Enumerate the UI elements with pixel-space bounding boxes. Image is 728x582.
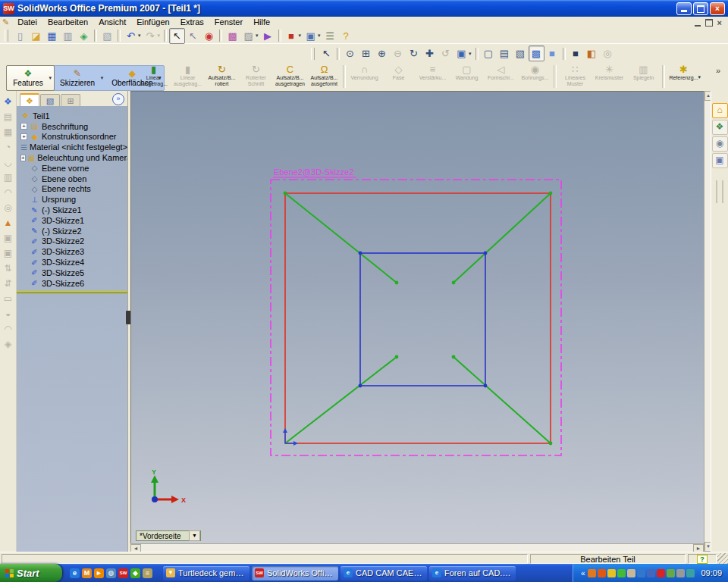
revolved-boss-button[interactable]: ↻Aufsatz/B...rotiert <box>205 64 239 90</box>
selection-filter-button[interactable]: ↖ <box>185 28 201 44</box>
undo-button[interactable]: ↶▾ <box>123 28 143 44</box>
desktop-icon[interactable]: ≡ <box>143 568 152 578</box>
wrap-tool-icon[interactable]: ◒ <box>2 306 15 321</box>
view-settings-button[interactable]: ■▾ <box>284 28 303 44</box>
view-orientation-combo[interactable]: *Vorderseite ▼ <box>136 530 201 541</box>
messenger-icon[interactable]: ◆ <box>130 568 140 578</box>
previous-view-button[interactable]: ↺ <box>438 45 453 61</box>
tray-antivirus-icon[interactable] <box>657 569 665 577</box>
shadows-button[interactable]: ■ <box>568 45 584 61</box>
tree-expand-icon[interactable]: + <box>20 123 27 130</box>
circular-pattern-button[interactable]: ✳Kreismuster <box>592 64 626 90</box>
fillet-tool-icon[interactable]: ◠ <box>2 185 15 200</box>
combo-dropdown-icon[interactable]: ▼ <box>189 530 200 541</box>
revolved-cut-button[interactable]: ↻RotierterSchnitt <box>239 64 273 90</box>
media-player-icon[interactable]: ► <box>94 568 104 578</box>
sketch-canvas[interactable]: Ebene2@3D-Skizze2 <box>131 92 704 544</box>
pan-button[interactable]: ✚ <box>422 45 438 61</box>
tray-device-icon[interactable] <box>676 569 685 577</box>
menu-item-extras[interactable]: Extras <box>175 17 209 28</box>
tree-item[interactable]: ❖Teil1 <box>17 111 127 121</box>
tray-card-icon[interactable] <box>667 569 675 577</box>
mirror-button[interactable]: ▥Spiegeln <box>626 64 661 90</box>
curve-tool-icon[interactable]: ◠ <box>2 321 15 336</box>
task-pane-grab-handle[interactable] <box>716 180 723 203</box>
menu-item-ansicht[interactable]: Ansicht <box>93 17 131 28</box>
dropdown-arrow-icon[interactable]: ▾ <box>318 33 321 39</box>
edit-color-button[interactable]: ▩ <box>224 28 240 44</box>
help-button[interactable]: ? <box>338 28 354 44</box>
file-explorer-icon[interactable]: ◉ <box>712 136 728 152</box>
tab-features[interactable]: ❖Features▾ <box>6 65 55 91</box>
fillet-button[interactable]: ∩Verrundung <box>347 64 381 90</box>
select-tool-button[interactable]: ↖ <box>318 45 334 61</box>
chamfer-button[interactable]: ◇Fase <box>381 64 416 90</box>
draft-button[interactable]: ◁Formschr... <box>484 64 518 90</box>
zoom-fit-button[interactable]: ⊙ <box>342 45 358 61</box>
mail-app-icon[interactable]: M <box>82 568 92 578</box>
rib-button[interactable]: ≡Verstärku... <box>416 64 450 90</box>
rotate-view-button[interactable]: ↻ <box>406 45 422 61</box>
tree-item[interactable]: ⊥Ursprung <box>17 194 127 205</box>
tree-item[interactable]: ✐3D-Skizze6 <box>17 278 127 289</box>
internet-explorer-icon[interactable]: e <box>70 568 80 578</box>
tray-update-icon[interactable] <box>607 569 616 577</box>
plane-label[interactable]: Ebene2@3D-Skizze2 <box>274 167 353 177</box>
solidworks-resources-icon[interactable]: ⌂ <box>712 103 728 118</box>
child-restore-button[interactable] <box>705 19 713 27</box>
rib-tool-icon[interactable]: ▣ <box>2 246 15 261</box>
wireframe-button[interactable]: ▢ <box>481 45 497 61</box>
viewport-layout-button[interactable]: ▣▾ <box>303 28 322 44</box>
save-button[interactable]: ▦ <box>44 28 60 44</box>
tree-expand-icon[interactable]: + <box>20 155 26 161</box>
tree-item[interactable]: ◇Ebene oben <box>17 174 127 184</box>
tray-app-2-icon[interactable] <box>598 569 606 577</box>
menu-item-datei[interactable]: Datei <box>12 17 42 28</box>
hole-wizard-button[interactable]: ◉Bohrungs... <box>518 64 552 90</box>
shaded-with-edges-button[interactable]: ▩ <box>529 45 544 61</box>
open-document-button[interactable]: ◪ <box>28 28 44 44</box>
tree-item[interactable]: ☰Material <nicht festgelegt> <box>17 142 127 152</box>
menu-item-bearbeiten[interactable]: Bearbeiten <box>42 17 93 28</box>
menu-item-einfügen[interactable]: Einfügen <box>131 17 174 28</box>
loft-tool-icon[interactable]: ▥ <box>2 170 15 185</box>
extrude-tool-icon[interactable]: ▤ <box>2 109 15 124</box>
close-button[interactable]: × <box>710 2 725 15</box>
resize-grip[interactable] <box>717 553 728 564</box>
select-button[interactable]: ↖ <box>169 28 185 44</box>
tree-item[interactable]: ✐3D-Skizze1 <box>17 215 127 226</box>
hidden-lines-removed-button[interactable]: ▧ <box>513 45 529 61</box>
tree-expand-icon[interactable]: + <box>20 133 27 140</box>
tree-item[interactable]: ◇Ebene rechts <box>17 184 127 195</box>
taskbar-task-button[interactable]: ▼Turtledeck gemessen... <box>163 566 249 580</box>
tab-skizzieren[interactable]: ✎Skizzieren▾ <box>54 66 105 90</box>
tree-item[interactable]: ✐3D-Skizze4 <box>17 257 127 268</box>
dropdown-arrow-icon[interactable]: ▾ <box>256 33 259 39</box>
move-rotate-button[interactable]: ▶ <box>260 28 276 44</box>
menu-item-hilfe[interactable]: Hilfe <box>248 17 275 28</box>
tray-volume-icon[interactable] <box>617 569 626 577</box>
view-orientation-button[interactable]: ▣▾ <box>453 45 473 61</box>
toolbar-grip[interactable] <box>5 30 8 42</box>
hole-tool-icon[interactable]: ▲ <box>2 215 15 230</box>
tree-item[interactable]: ✐3D-Skizze3 <box>17 246 127 257</box>
dropdown-arrow-icon[interactable]: ▾ <box>299 33 302 39</box>
dropdown-arrow-icon[interactable]: ▾ <box>469 51 472 57</box>
dome-tool-icon[interactable]: ▭ <box>2 291 15 306</box>
tray-collapse-chevron-icon[interactable]: « <box>581 569 585 577</box>
tree-item[interactable]: ✐3D-Skizze2 <box>17 236 127 247</box>
tray-scanner-icon[interactable] <box>686 569 695 577</box>
zoom-in-out-button[interactable]: ⊕ <box>374 45 390 61</box>
print-button[interactable]: ▧ <box>99 28 115 44</box>
dropdown-arrow-icon[interactable]: ▾ <box>101 75 104 81</box>
options-button[interactable]: ☰ <box>322 28 338 44</box>
dropdown-arrow-icon[interactable]: ▾ <box>698 74 701 80</box>
edrawings-icon[interactable]: ◍ <box>106 568 116 578</box>
tray-display-icon[interactable] <box>647 569 655 577</box>
tree-item[interactable]: +▦Beleuchtung und Kameras <box>17 152 127 163</box>
toolbar-grip[interactable] <box>311 48 315 60</box>
start-button[interactable]: Start <box>0 564 62 582</box>
zoom-selected-button[interactable]: ⊖ <box>390 45 406 61</box>
section-view-button[interactable]: ◧ <box>584 45 600 61</box>
reference-geometry-button[interactable]: ✱Referenzg...▾ <box>667 64 701 90</box>
